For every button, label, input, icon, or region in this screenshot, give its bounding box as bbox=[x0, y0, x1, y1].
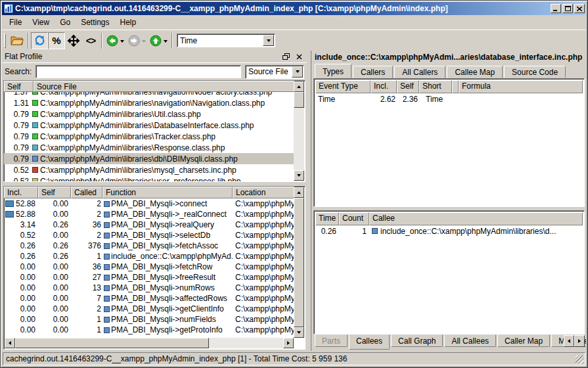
table-row[interactable]: 1.31C:\xampp\phpMyAdmin\libraries\naviga… bbox=[4, 97, 294, 108]
table-row[interactable]: 0.000.0027PMA_DBI_Mysqli->freeResultC:\x… bbox=[4, 272, 294, 283]
back-button[interactable] bbox=[104, 32, 126, 49]
tab-call-graph[interactable]: Call Graph bbox=[391, 334, 443, 347]
menu-item-file[interactable]: File bbox=[4, 16, 27, 29]
grouping-select[interactable]: Source File bbox=[245, 65, 304, 79]
event-type-select[interactable]: Time bbox=[177, 34, 275, 47]
menu-item-view[interactable]: View bbox=[27, 16, 55, 29]
column-header-incl[interactable]: Incl. bbox=[371, 80, 397, 93]
tab-callers[interactable]: Callers bbox=[353, 66, 393, 78]
function-name: PMA_DBI_Mysqli->numFields bbox=[111, 315, 216, 324]
table-row[interactable]: 0.79C:\xampp\phpMyAdmin\libraries\Tracke… bbox=[4, 131, 294, 142]
tab-all-callees[interactable]: All Callees bbox=[444, 334, 496, 347]
detect-cycles-button[interactable]: <> bbox=[82, 32, 99, 49]
column-header-function[interactable]: Function bbox=[102, 187, 233, 198]
column-header-self[interactable]: Self bbox=[4, 81, 34, 92]
up-button[interactable] bbox=[148, 32, 170, 49]
column-header-self[interactable]: Self bbox=[397, 80, 419, 93]
table-row[interactable]: 0.52C:\xampp\phpMyAdmin\libraries\mysql_… bbox=[4, 164, 294, 175]
column-header-time[interactable]: Time bbox=[315, 212, 339, 225]
search-input[interactable] bbox=[35, 65, 241, 78]
scrollbar-thumb[interactable] bbox=[294, 198, 304, 327]
vertical-scrollbar[interactable] bbox=[294, 187, 304, 338]
table-row[interactable]: 0.520.002PMA_DBI_Mysqli->selectDbC:\xamp… bbox=[4, 230, 294, 241]
called-count-cell: 36 bbox=[71, 220, 102, 229]
table-row[interactable]: 1.37C:\xampp\phpMyAdmin\libraries\naviga… bbox=[4, 92, 294, 97]
toolbar-drag-handle[interactable] bbox=[4, 34, 6, 48]
scroll-left-button[interactable] bbox=[5, 338, 15, 348]
short-name-cell: Time bbox=[419, 95, 452, 104]
table-row[interactable]: 0.261include_once::C:\xampp\phpMyAdmin\l… bbox=[314, 225, 584, 237]
menu-item-settings[interactable]: Settings bbox=[76, 16, 114, 29]
table-row[interactable]: 0.000.001PMA_DBI_Mysqli->getProtoInfoC:\… bbox=[4, 325, 294, 335]
dock-title-bar[interactable]: Flat Profile bbox=[2, 51, 307, 62]
table-row[interactable]: 3.140.2636PMA_DBI_Mysqli->realQueryC:\xa… bbox=[4, 219, 294, 230]
tab-scroll-left-button[interactable] bbox=[564, 335, 574, 347]
column-header-count[interactable]: Count bbox=[339, 212, 369, 225]
tab-scroll-right-button[interactable] bbox=[574, 335, 585, 347]
tab-types[interactable]: Types bbox=[315, 64, 351, 78]
float-button[interactable] bbox=[281, 52, 291, 61]
dock-close-button[interactable] bbox=[294, 52, 304, 61]
time-cell: 0.26 bbox=[315, 227, 339, 236]
table-row[interactable]: 0.79C:\xampp\phpMyAdmin\libraries\Databa… bbox=[4, 120, 294, 131]
column-header-formula[interactable]: Formula bbox=[459, 80, 583, 93]
table-row[interactable]: 0.79C:\xampp\phpMyAdmin\libraries\Respon… bbox=[4, 142, 294, 153]
horizontal-scrollbar[interactable] bbox=[5, 338, 294, 348]
incl-cost-cell: 0.00 bbox=[4, 294, 38, 303]
table-row[interactable]: 0.260.26376PMA_DBI_Mysqli->fetchAssocC:\… bbox=[4, 241, 294, 251]
incl-cost-cell: 0.00 bbox=[4, 262, 38, 271]
table-row[interactable]: 0.000.001PMA_DBI_Mysqli->numFieldsC:\xam… bbox=[4, 314, 294, 325]
scrollbar-thumb[interactable] bbox=[15, 338, 209, 348]
minimize-button[interactable] bbox=[551, 4, 561, 13]
column-header-short[interactable]: Short bbox=[419, 80, 452, 93]
reload-button[interactable] bbox=[31, 32, 48, 49]
menu-item-go[interactable]: Go bbox=[55, 16, 76, 29]
up-dropdown-icon bbox=[164, 40, 168, 45]
table-row[interactable]: Time2.622.36Time bbox=[314, 93, 584, 104]
scrollbar-thumb[interactable] bbox=[294, 92, 304, 108]
table-row[interactable]: 0.79C:\xampp\phpMyAdmin\libraries\dbi\DB… bbox=[4, 153, 294, 164]
column-header-called[interactable]: Called bbox=[71, 187, 102, 198]
table-row[interactable]: 52.880.002PMA_DBI_Mysqli->_realConnectC:… bbox=[4, 209, 294, 219]
vertical-scrollbar[interactable] bbox=[294, 81, 304, 181]
scroll-right-button[interactable] bbox=[283, 338, 294, 348]
table-row[interactable]: 52.880.002PMA_DBI_Mysqli->connectC:\xamp… bbox=[4, 198, 294, 209]
tab-caller-map[interactable]: Caller Map bbox=[497, 334, 550, 347]
table-row[interactable]: 0.000.002PMA_DBI_Mysqli->getClientInfoC:… bbox=[4, 304, 294, 314]
scroll-down-button[interactable] bbox=[294, 170, 304, 181]
column-header-self[interactable]: Self bbox=[38, 187, 71, 198]
self-cost-cell: 1.31 bbox=[4, 99, 31, 108]
file-icon bbox=[32, 167, 38, 173]
menu-item-help[interactable]: Help bbox=[115, 16, 142, 29]
scroll-down-button[interactable] bbox=[294, 327, 304, 338]
table-row[interactable]: 0.260.261include_once::C:\xampp\phpMyAd.… bbox=[4, 251, 294, 262]
column-header-location[interactable]: Location bbox=[233, 187, 294, 198]
pan-button[interactable] bbox=[65, 32, 82, 49]
combo-dropdown-button[interactable] bbox=[292, 66, 303, 78]
resize-grip[interactable] bbox=[576, 356, 584, 364]
percent-button[interactable]: % bbox=[48, 32, 65, 49]
self-cost-cell: 0.26 bbox=[38, 252, 71, 261]
column-header-source-file[interactable]: Source File bbox=[34, 81, 294, 92]
column-header-callee[interactable]: Callee bbox=[369, 212, 583, 225]
open-file-button[interactable] bbox=[9, 32, 26, 49]
tab-all-callers[interactable]: All Callers bbox=[394, 66, 445, 78]
combo-dropdown-button[interactable] bbox=[263, 35, 274, 46]
table-row[interactable]: 0.000.007PMA_DBI_Mysqli->affectedRowsC:\… bbox=[4, 293, 294, 304]
table-row[interactable]: 0.000.0036PMA_DBI_Mysqli->fetchRowC:\xam… bbox=[4, 262, 294, 272]
table-row[interactable]: 0.000.0013PMA_DBI_Mysqli->numRowsC:\xamp… bbox=[4, 283, 294, 293]
title-bar[interactable]: C:\xampp\tmp\cachegrind.out.1416463299-C… bbox=[2, 2, 586, 15]
maximize-button[interactable] bbox=[562, 4, 573, 13]
column-header-incl[interactable]: Incl. bbox=[4, 187, 38, 198]
table-header: Event Type Incl. Self Short Formula bbox=[314, 79, 584, 93]
column-header-event-type[interactable]: Event Type bbox=[315, 80, 371, 93]
scroll-up-button[interactable] bbox=[294, 81, 304, 92]
scroll-up-button[interactable] bbox=[294, 187, 304, 198]
table-row[interactable]: 0.52C:\xampp\phpMyAdmin\libraries\user_p… bbox=[4, 175, 294, 181]
tab-source-code[interactable]: Source Code bbox=[504, 66, 566, 78]
tab-callee-map[interactable]: Callee Map bbox=[447, 66, 503, 78]
called-count-cell: 1 bbox=[71, 325, 102, 334]
table-row[interactable]: 0.79C:\xampp\phpMyAdmin\libraries\Util.c… bbox=[4, 108, 294, 120]
close-button[interactable] bbox=[574, 4, 585, 13]
tab-callees[interactable]: Callees bbox=[349, 334, 390, 350]
